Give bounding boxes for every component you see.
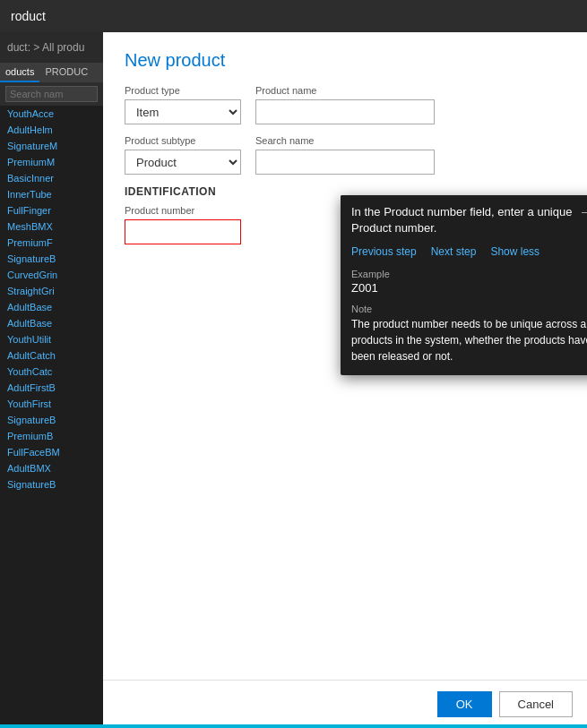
tooltip-header: In the Product number field, enter a uni…: [341, 195, 587, 242]
product-number-input[interactable]: [125, 219, 241, 244]
form-title: New product: [125, 50, 565, 71]
tooltip-note-label: Note: [341, 300, 587, 316]
app-layout: duct: > All produ oducts PRODUC YouthAcc…: [0, 32, 587, 728]
main-content: New product Product type ItemServiceBOM …: [103, 32, 587, 728]
tooltip-navigation: Previous step Next step Show less: [341, 242, 587, 265]
product-type-label: Product type: [125, 85, 241, 96]
bottom-accent: [0, 724, 587, 728]
list-item[interactable]: PremiumM: [0, 154, 103, 170]
tooltip-note-text: The product number needs to be unique ac…: [341, 316, 587, 375]
product-subtype-select[interactable]: ProductService Variant: [125, 150, 241, 175]
list-item[interactable]: AdultBase: [0, 315, 103, 331]
list-item[interactable]: YouthFirst: [0, 396, 103, 412]
search-name-label: Search name: [255, 135, 435, 146]
list-item[interactable]: YouthAcce: [0, 106, 103, 122]
form-row-2: Product subtype ProductService Variant S…: [125, 135, 565, 175]
sidebar-tab-products[interactable]: oducts: [0, 63, 39, 82]
product-type-select[interactable]: ItemServiceBOM: [125, 99, 241, 124]
title-bar: roduct: [0, 0, 587, 32]
list-item[interactable]: PremiumB: [0, 428, 103, 444]
list-item[interactable]: AdultFirstB: [0, 380, 103, 396]
cancel-button[interactable]: Cancel: [499, 691, 573, 717]
list-item[interactable]: FullFaceBM: [0, 444, 103, 460]
sidebar: duct: > All produ oducts PRODUC YouthAcc…: [0, 32, 103, 728]
list-item[interactable]: AdultCatch: [0, 347, 103, 364]
tooltip-popup: In the Product number field, enter a uni…: [341, 195, 587, 375]
sidebar-breadcrumb: duct: > All produ: [0, 32, 103, 63]
list-item[interactable]: SignatureB: [0, 251, 103, 267]
form-row-1: Product type ItemServiceBOM Product name: [125, 85, 565, 124]
ok-button[interactable]: OK: [437, 691, 492, 717]
list-item[interactable]: FullFinger: [0, 202, 103, 218]
sidebar-search-input[interactable]: [5, 86, 98, 102]
list-item[interactable]: CurvedGrin: [0, 267, 103, 283]
search-name-group: Search name: [255, 135, 435, 175]
tooltip-next-step[interactable]: Next step: [431, 245, 477, 258]
product-name-label: Product name: [255, 85, 435, 96]
list-item[interactable]: StraightGri: [0, 283, 103, 299]
list-item[interactable]: YouthUtilit: [0, 331, 103, 347]
list-item[interactable]: SignatureB: [0, 476, 103, 492]
list-item[interactable]: SignatureM: [0, 138, 103, 154]
footer-bar: OK Cancel: [103, 680, 587, 728]
product-subtype-group: Product subtype ProductService Variant: [125, 135, 241, 175]
search-name-input[interactable]: [255, 150, 435, 175]
sidebar-tabs: oducts PRODUC: [0, 63, 103, 82]
product-name-group: Product name: [255, 85, 435, 124]
list-item[interactable]: BasicInner: [0, 170, 103, 186]
list-item[interactable]: AdultBMX: [0, 460, 103, 476]
product-type-group: Product type ItemServiceBOM: [125, 85, 241, 124]
tooltip-show-less[interactable]: Show less: [490, 245, 540, 258]
tooltip-title: In the Product number field, enter a uni…: [351, 204, 574, 236]
title-bar-label: roduct: [11, 9, 46, 23]
list-item[interactable]: AdultBase: [0, 299, 103, 315]
sidebar-tab-produc[interactable]: PRODUC: [39, 63, 93, 82]
list-item[interactable]: PremiumF: [0, 235, 103, 251]
list-item[interactable]: AdultHelm: [0, 122, 103, 138]
list-item[interactable]: YouthCatc: [0, 364, 103, 380]
tooltip-prev-step[interactable]: Previous step: [351, 245, 417, 258]
list-item[interactable]: InnerTube: [0, 186, 103, 202]
tooltip-example-label: Example: [341, 265, 587, 281]
tooltip-example-value: Z001: [341, 281, 587, 300]
product-subtype-label: Product subtype: [125, 135, 241, 146]
sidebar-search-area: [0, 82, 103, 106]
product-name-input[interactable]: [255, 99, 435, 124]
sidebar-list: YouthAcce AdultHelm SignatureM PremiumM …: [0, 106, 103, 721]
list-item[interactable]: SignatureB: [0, 412, 103, 428]
list-item[interactable]: MeshBMX: [0, 218, 103, 235]
tooltip-close-button[interactable]: —: [582, 204, 587, 218]
